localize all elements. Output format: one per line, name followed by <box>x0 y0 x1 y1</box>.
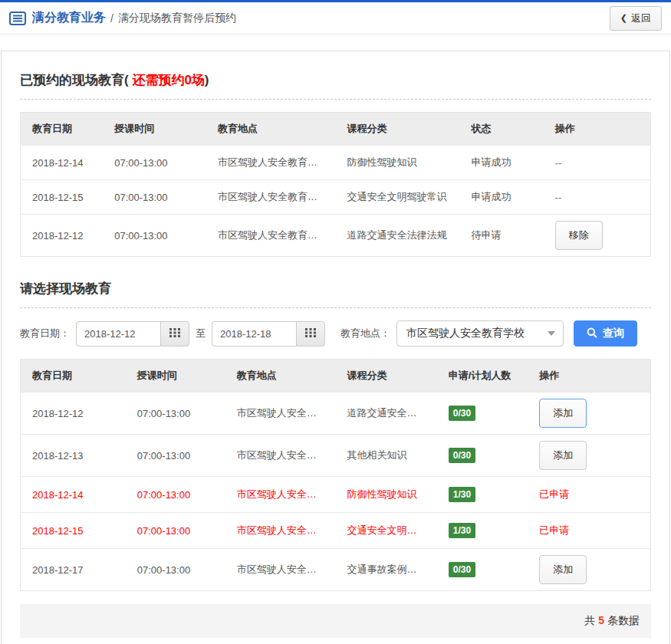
cell-course: 道路交通安全法律法规 <box>335 215 459 257</box>
available-table-header-row: 教育日期 授课时间 教育地点 课程分类 申请/计划人数 操作 <box>21 360 651 393</box>
date-from-calendar-button[interactable] <box>160 321 189 347</box>
cell-location: 市区驾驶人安全教育... <box>225 513 336 549</box>
date-to-calendar-button[interactable] <box>296 321 325 347</box>
available-table-row: 2018-12-17 07:00-13:00 市区驾驶人安全教育... 交通事故… <box>21 549 651 591</box>
cell-time: 07:00-13:00 <box>126 435 225 477</box>
cell-date: 2018-12-15 <box>21 513 126 549</box>
add-button[interactable]: 添加 <box>539 555 587 584</box>
dashed-divider <box>20 99 651 100</box>
col-education-date: 教育日期 <box>21 360 126 393</box>
booked-title-text: 已预约的现场教育( <box>20 73 132 87</box>
cell-location: 市区驾驶人安全教育学校 <box>206 180 336 215</box>
cell-location: 市区驾驶人安全教育学校 <box>206 146 336 180</box>
content-panel: 已预约的现场教育( 还需预约0场) 教育日期 授课时间 教育地点 课程分类 状态… <box>1 51 670 644</box>
applied-status-text: 已申请 <box>539 488 569 500</box>
cell-count: 0/30 <box>437 549 528 591</box>
booked-table: 教育日期 授课时间 教育地点 课程分类 状态 操作 2018-12-14 07:… <box>20 112 651 257</box>
search-button-label: 查询 <box>603 327 624 340</box>
cell-time: 07:00-13:00 <box>126 549 225 591</box>
cell-time: 07:00-13:00 <box>126 513 225 549</box>
cell-action: 添加 <box>528 435 650 477</box>
date-from-input[interactable] <box>76 321 160 347</box>
breadcrumb: 满分教育业务 / 满分现场教育暂停后预约 <box>9 10 236 26</box>
select-section-title: 请选择现场教育 <box>20 274 651 307</box>
cell-action: -- <box>544 180 651 215</box>
cell-action: 已申请 <box>528 513 650 549</box>
total-prefix: 共 <box>584 614 595 626</box>
cell-date: 2018-12-14 <box>21 477 126 513</box>
calendar-grid-icon <box>169 328 180 340</box>
no-action-dash: -- <box>555 192 562 203</box>
cell-action: 添加 <box>528 549 650 591</box>
cell-status: 申请成功 <box>459 146 543 180</box>
cell-course: 道路交通安全法律法规 <box>335 393 436 435</box>
cell-location: 市区驾驶人安全教育... <box>225 477 336 513</box>
applied-status-text: 已申请 <box>539 524 569 536</box>
search-button[interactable]: 查询 <box>574 320 637 347</box>
cell-action: -- <box>544 146 651 180</box>
dashed-divider <box>20 307 651 308</box>
col-operation: 操作 <box>528 360 650 393</box>
remove-button[interactable]: 移除 <box>555 221 603 250</box>
add-button[interactable]: 添加 <box>539 441 587 470</box>
breadcrumb-separator: / <box>110 12 113 25</box>
cell-course: 防御性驾驶知识 <box>335 146 459 180</box>
col-education-date: 教育日期 <box>21 113 104 146</box>
location-filter-label: 教育地点： <box>340 327 390 340</box>
topbar: 满分教育业务 / 满分现场教育暂停后预约 ❮ 返回 <box>0 0 671 34</box>
count-badge: 1/30 <box>449 523 475 538</box>
cell-date: 2018-12-12 <box>21 393 126 435</box>
add-button[interactable]: 添加 <box>539 399 587 428</box>
cell-course: 交通事故案例警示教育 <box>335 549 436 591</box>
cell-location: 市区驾驶人安全教育学校 <box>206 215 336 257</box>
cell-date: 2018-12-12 <box>21 215 104 257</box>
booked-table-row: 2018-12-12 07:00-13:00 市区驾驶人安全教育学校 道路交通安… <box>21 215 651 257</box>
col-class-time: 授课时间 <box>103 113 206 146</box>
date-filter-label: 教育日期： <box>20 327 70 340</box>
cell-time: 07:00-13:00 <box>103 215 206 257</box>
cell-status: 待申请 <box>459 215 543 257</box>
count-badge: 0/30 <box>449 562 475 577</box>
available-table-row: 2018-12-13 07:00-13:00 市区驾驶人安全教育... 其他相关… <box>21 435 651 477</box>
cell-course: 其他相关知识 <box>335 435 436 477</box>
available-table: 教育日期 授课时间 教育地点 课程分类 申请/计划人数 操作 2018-12-1… <box>20 359 651 591</box>
cell-date: 2018-12-15 <box>21 180 104 215</box>
cell-status: 申请成功 <box>459 180 543 215</box>
cell-count: 0/30 <box>437 435 528 477</box>
date-from-group <box>76 321 189 347</box>
back-chevron-icon: ❮ <box>620 14 627 22</box>
list-icon <box>9 12 26 25</box>
count-badge: 0/30 <box>449 448 475 463</box>
cell-location: 市区驾驶人安全教育... <box>225 435 336 477</box>
cell-count: 0/30 <box>437 393 528 435</box>
available-table-row-applied: 2018-12-14 07:00-13:00 市区驾驶人安全教育... 防御性驾… <box>21 477 651 513</box>
cell-time: 07:00-13:00 <box>126 393 225 435</box>
cell-time: 07:00-13:00 <box>103 146 206 180</box>
cell-date: 2018-12-13 <box>21 435 126 477</box>
col-course-category: 课程分类 <box>335 113 459 146</box>
location-select-value: 市区驾驶人安全教育学校 <box>406 327 525 340</box>
table-footer: 共5条数据 <box>20 604 651 638</box>
date-to-input[interactable] <box>212 321 296 347</box>
booked-section-title: 已预约的现场教育( 还需预约0场) <box>20 65 651 99</box>
col-status: 状态 <box>459 113 543 146</box>
location-select[interactable]: 市区驾驶人安全教育学校 <box>396 320 564 347</box>
cell-time: 07:00-13:00 <box>103 180 206 215</box>
cell-count: 1/30 <box>437 513 528 549</box>
cell-location: 市区驾驶人安全教育... <box>225 393 336 435</box>
col-applied-planned: 申请/计划人数 <box>437 360 528 393</box>
booked-table-header-row: 教育日期 授课时间 教育地点 课程分类 状态 操作 <box>21 113 651 146</box>
date-range-to-label: 至 <box>196 327 206 340</box>
remaining-count-text: 还需预约0场 <box>132 73 204 87</box>
booked-table-row: 2018-12-14 07:00-13:00 市区驾驶人安全教育学校 防御性驾驶… <box>21 146 651 180</box>
search-icon <box>587 327 597 340</box>
back-button[interactable]: ❮ 返回 <box>610 6 662 31</box>
cell-count: 1/30 <box>437 477 528 513</box>
col-operation: 操作 <box>544 113 651 146</box>
cell-location: 市区驾驶人安全教育... <box>225 549 336 591</box>
cell-time: 07:00-13:00 <box>126 477 225 513</box>
cell-date: 2018-12-14 <box>21 146 104 180</box>
no-action-dash: -- <box>555 157 562 169</box>
col-class-time: 授课时间 <box>126 360 225 393</box>
cell-course: 交通安全文明驾驶常识 <box>335 180 459 215</box>
